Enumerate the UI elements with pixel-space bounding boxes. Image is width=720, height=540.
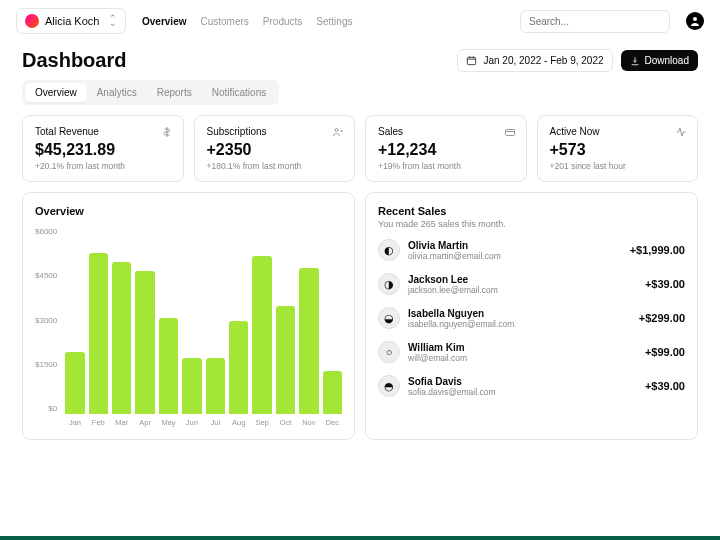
bar-column: Oct <box>276 306 295 428</box>
stat-label: Sales <box>378 126 514 137</box>
download-button[interactable]: Download <box>621 50 698 71</box>
x-tick: Aug <box>232 418 245 427</box>
x-tick: Feb <box>92 418 105 427</box>
bar-column: Jun <box>182 358 201 427</box>
y-tick: $4500 <box>35 271 57 280</box>
bar <box>252 256 271 414</box>
nav-products[interactable]: Products <box>263 16 302 27</box>
bar-column: Sep <box>252 256 271 427</box>
overview-panel: Overview $6000$4500$3000$1500$0 JanFebMa… <box>22 192 355 440</box>
x-tick: Mar <box>115 418 128 427</box>
bar <box>323 371 342 414</box>
bar-column: Nov <box>299 268 318 427</box>
svg-point-2 <box>335 129 338 132</box>
x-tick: Oct <box>280 418 292 427</box>
sale-row: ◐Olivia Martinolivia.martin@email.com+$1… <box>378 239 685 261</box>
stat-card: Sales+12,234+19% from last month <box>365 115 527 182</box>
sale-email: olivia.martin@email.com <box>408 251 501 261</box>
sale-email: jackson.lee@email.com <box>408 285 498 295</box>
nav-customers[interactable]: Customers <box>200 16 248 27</box>
sale-name: William Kim <box>408 342 467 353</box>
tab-overview[interactable]: Overview <box>25 83 87 102</box>
download-label: Download <box>645 55 689 66</box>
dollar-icon <box>161 126 173 138</box>
page-title: Dashboard <box>22 49 126 72</box>
x-tick: Jul <box>210 418 220 427</box>
stat-sub: +20.1% from last month <box>35 161 171 171</box>
tab-bar: Overview Analytics Reports Notifications <box>22 80 279 105</box>
svg-rect-1 <box>468 57 476 64</box>
stat-label: Total Revenue <box>35 126 171 137</box>
overview-title: Overview <box>35 205 342 217</box>
tab-analytics[interactable]: Analytics <box>87 83 147 102</box>
main-nav: Overview Customers Products Settings <box>142 16 352 27</box>
sale-amount: +$39.00 <box>645 278 685 290</box>
team-switcher[interactable]: Alicia Koch ⌃⌄ <box>16 8 126 34</box>
bar-column: Jan <box>65 352 84 427</box>
sale-amount: +$1,999.00 <box>630 244 685 256</box>
sale-name: Jackson Lee <box>408 274 498 285</box>
recent-sales-panel: Recent Sales You made 265 sales this mon… <box>365 192 698 440</box>
stat-sub: +19% from last month <box>378 161 514 171</box>
x-tick: Dec <box>326 418 339 427</box>
sale-avatar: ◑ <box>378 273 400 295</box>
sale-row: ◑Jackson Leejackson.lee@email.com+$39.00 <box>378 273 685 295</box>
nav-overview[interactable]: Overview <box>142 16 186 27</box>
bar-column: Feb <box>89 253 108 427</box>
bar <box>65 352 84 414</box>
bar <box>112 262 131 414</box>
bar <box>159 318 178 414</box>
sale-email: will@email.com <box>408 353 467 363</box>
bar <box>276 306 295 415</box>
bar <box>229 321 248 414</box>
bar-column: Mar <box>112 262 131 427</box>
calendar-icon <box>466 55 477 66</box>
recent-sales-title: Recent Sales <box>378 205 685 217</box>
stat-value: +12,234 <box>378 141 514 159</box>
recent-sales-subtitle: You made 265 sales this month. <box>378 219 685 229</box>
bar <box>135 271 154 414</box>
stat-value: $45,231.89 <box>35 141 171 159</box>
stat-value: +2350 <box>207 141 343 159</box>
sale-email: sofia.davis@email.com <box>408 387 496 397</box>
sale-name: Isabella Nguyen <box>408 308 514 319</box>
stat-card: Total Revenue$45,231.89+20.1% from last … <box>22 115 184 182</box>
stat-card: Active Now+573+201 since last hour <box>537 115 699 182</box>
stat-value: +573 <box>550 141 686 159</box>
sale-email: isabella.nguyen@email.com <box>408 319 514 329</box>
stat-sub: +180.1% from last month <box>207 161 343 171</box>
x-tick: May <box>161 418 175 427</box>
svg-rect-3 <box>505 130 514 136</box>
bar <box>182 358 201 414</box>
sale-amount: +$99.00 <box>645 346 685 358</box>
user-avatar[interactable] <box>686 12 704 30</box>
tab-notifications[interactable]: Notifications <box>202 83 276 102</box>
sale-amount: +$299.00 <box>639 312 685 324</box>
sale-avatar: ◓ <box>378 375 400 397</box>
sale-amount: +$39.00 <box>645 380 685 392</box>
bottom-accent-bar <box>0 536 720 540</box>
team-name: Alicia Koch <box>45 15 99 27</box>
date-range-picker[interactable]: Jan 20, 2022 - Feb 9, 2022 <box>457 49 612 72</box>
stat-sub: +201 since last hour <box>550 161 686 171</box>
bar-column: Dec <box>323 371 342 427</box>
stat-card: Subscriptions+2350+180.1% from last mont… <box>194 115 356 182</box>
y-tick: $0 <box>35 404 57 413</box>
sale-name: Sofia Davis <box>408 376 496 387</box>
download-icon <box>630 56 640 66</box>
tab-reports[interactable]: Reports <box>147 83 202 102</box>
user-icon <box>689 15 701 27</box>
y-tick: $6000 <box>35 227 57 236</box>
sale-row: ○William Kimwill@email.com+$99.00 <box>378 341 685 363</box>
sale-avatar: ○ <box>378 341 400 363</box>
search-input[interactable] <box>520 10 670 33</box>
sale-name: Olivia Martin <box>408 240 501 251</box>
svg-point-0 <box>693 17 697 21</box>
chevron-updown-icon: ⌃⌄ <box>109 16 117 26</box>
nav-settings[interactable]: Settings <box>316 16 352 27</box>
bar <box>206 358 225 414</box>
bar-column: Apr <box>135 271 154 427</box>
y-tick: $1500 <box>35 360 57 369</box>
y-tick: $3000 <box>35 316 57 325</box>
x-tick: Jun <box>186 418 198 427</box>
